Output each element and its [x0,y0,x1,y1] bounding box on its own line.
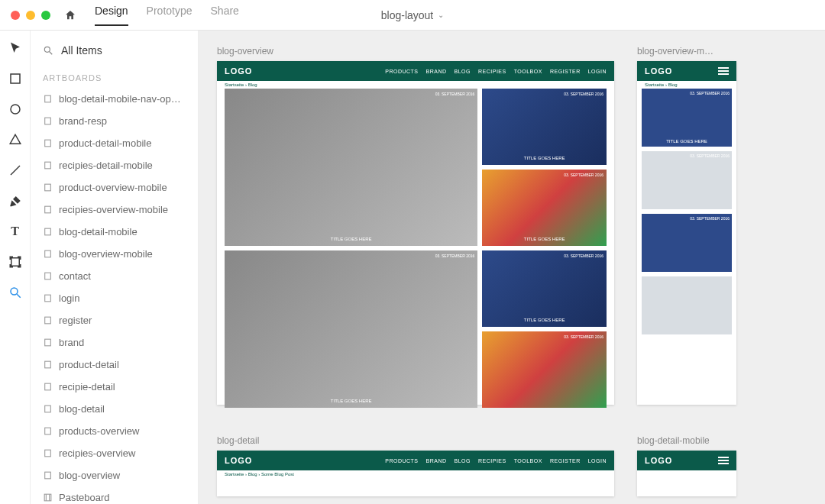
tab-share[interactable]: Share [211,5,239,26]
artboard-name: blog-overview-mobile [59,248,153,260]
text-tool-icon[interactable]: T [8,225,22,238]
artboard-icon [43,470,53,480]
home-icon[interactable] [64,9,76,21]
artboard-list-item[interactable]: blog-detail [38,400,190,418]
artboard-name: product-overview-mobile [59,182,167,193]
tool-strip: T [0,31,31,504]
canvas-artboard[interactable]: blog-overview LOGO PRODUCTS BRAND BLOG R… [217,46,614,405]
hamburger-icon [718,66,729,76]
maximize-window-button[interactable] [41,11,50,20]
artboard-icon [43,448,53,458]
artboard-icon [43,338,53,347]
svg-rect-26 [44,494,51,501]
artboard-icon [43,249,53,259]
select-tool-icon[interactable] [8,41,22,55]
close-window-button[interactable] [11,11,20,20]
blog-tile: 03. SEPTEMBER 2016 [642,214,732,272]
artboard-thumbnail[interactable]: LOGO PRODUCTS BRAND BLOG RECIPIES TOOLBO… [217,451,614,496]
canvas-artboard[interactable]: blog-detail LOGO PRODUCTS BRAND BLOG REC… [217,435,614,496]
blog-list: 03. SEPTEMBER 2016TITLE GOES HERE 03. SE… [637,89,736,334]
site-logo: LOGO [225,456,252,465]
blog-tile [642,276,732,334]
artboard-list-item[interactable]: register [38,312,190,329]
artboard-list-item[interactable]: blog-overview-mobile [38,245,190,263]
artboard-list-item[interactable]: products-overview [38,422,190,440]
artboard-list-item[interactable]: brand-resp [38,112,190,130]
site-logo: LOGO [645,456,672,465]
artboard-name: brand-resp [59,115,107,127]
ellipse-tool-icon[interactable] [8,102,22,116]
tab-prototype[interactable]: Prototype [147,5,192,26]
blog-tile: 03. SEPTEMBER 2016TITLE GOES HERE [482,170,607,246]
rectangle-tool-icon[interactable] [8,72,22,86]
artboard-list-item[interactable]: login [38,289,190,307]
polygon-tool-icon[interactable] [8,133,22,147]
artboard-list-item[interactable]: product-overview-mobile [38,179,190,196]
title-bar: Design Prototype Share blog-layout ⌄ [0,0,825,31]
site-header: LOGO PRODUCTS BRAND BLOG RECIPIES TOOLBO… [217,451,614,470]
breadcrumb: Startseite › Blog › Some Blog Post [217,470,614,478]
zoom-tool-icon[interactable] [8,286,22,299]
mode-tabs: Design Prototype Share [95,5,239,26]
artboard-icon [43,382,53,392]
line-tool-icon[interactable] [8,163,22,177]
window-controls [11,11,50,20]
artboard-list-item[interactable]: product-detail-mobile [38,134,190,152]
search-input[interactable] [61,44,195,57]
artboard-list-item[interactable]: blog-detail-mobile [38,223,190,241]
design-canvas[interactable]: blog-overview LOGO PRODUCTS BRAND BLOG R… [199,31,825,504]
canvas-artboard-label: blog-overview [217,46,614,57]
blog-grid: 03. SEPTEMBER 2016TITLE GOES HERE 03. SE… [217,89,614,408]
artboard-list-item[interactable]: recipie-detail [38,378,190,396]
artboard-icon [43,315,53,325]
artboard-list-item[interactable]: Pasteboard [38,489,190,504]
svg-point-4 [11,288,18,295]
svg-rect-10 [45,140,51,147]
canvas-artboard[interactable]: blog-detail-mobile LOGO [637,435,744,496]
blog-tile: 03. SEPTEMBER 2016TITLE GOES HERE [482,250,607,327]
hamburger-icon [718,455,729,466]
canvas-artboard-label: blog-overview-m… [637,46,744,57]
blog-tile: 03. SEPTEMBER 2016 [482,331,607,408]
artboard-list-item[interactable]: blog-detail-mobile-nav-op… [38,90,190,108]
artboard-icon [43,205,53,215]
blog-tile: 03. SEPTEMBER 2016TITLE GOES HERE [642,89,732,147]
canvas-artboard[interactable]: blog-overview-m… LOGO Startseite › Blog … [637,46,744,405]
canvas-artboard-label: blog-detail-mobile [637,435,744,446]
artboard-thumbnail[interactable]: LOGO Startseite › Blog 03. SEPTEMBER 201… [637,61,736,405]
artboard-name: recipie-detail [59,381,115,393]
svg-point-1 [11,105,20,114]
svg-rect-9 [45,118,51,124]
artboard-list-item[interactable]: recipies-detail-mobile [38,157,190,174]
artboard-tool-icon[interactable] [8,255,22,269]
svg-rect-20 [45,361,51,368]
artboard-icon [43,94,53,104]
artboard-list-item[interactable]: recipies-overview-mobile [38,201,190,218]
canvas-artboard-label: blog-detail [217,435,614,446]
artboard-icon [43,293,53,303]
artboard-name: product-detail-mobile [59,137,151,149]
svg-rect-23 [45,428,51,435]
minimize-window-button[interactable] [26,11,35,20]
svg-point-6 [44,47,50,52]
artboard-name: Pasteboard [59,492,110,503]
artboard-name: blog-detail-mobile-nav-op… [59,93,181,105]
artboard-icon [43,183,53,192]
svg-rect-18 [45,317,51,324]
artboard-icon [43,227,53,237]
artboard-icon [43,360,53,370]
panel-section-label: ARTBOARDS [43,73,190,82]
panel-search[interactable]: ⌄ [38,41,190,60]
tab-design[interactable]: Design [95,5,128,26]
artboard-list-item[interactable]: recipies-overview [38,444,190,462]
artboard-thumbnail[interactable]: LOGO [637,451,736,496]
artboard-list-item[interactable]: blog-overview [38,467,190,484]
pen-tool-icon[interactable] [8,194,22,208]
artboard-thumbnail[interactable]: LOGO PRODUCTS BRAND BLOG RECIPIES TOOLBO… [217,61,614,405]
artboard-list-item[interactable]: product-detail [38,356,190,373]
artboard-list-item[interactable]: contact [38,267,190,285]
site-logo: LOGO [225,66,252,76]
artboard-list-item[interactable]: brand [38,334,190,351]
document-title-dropdown[interactable]: blog-layout ⌄ [381,9,445,21]
artboard-name: products-overview [59,425,140,437]
